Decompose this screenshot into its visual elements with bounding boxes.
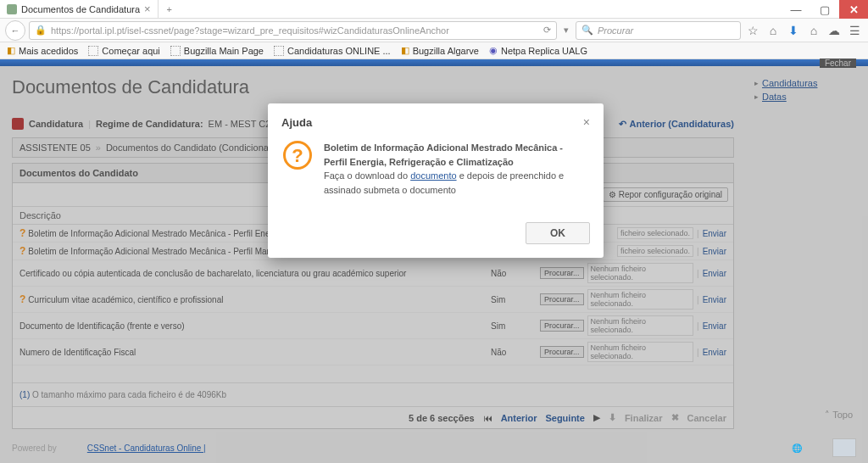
downloads-icon[interactable]: ⬇ xyxy=(785,24,802,37)
sidebar: ▸Candidaturas ▸Datas xyxy=(746,66,868,429)
footer-box-icon xyxy=(832,438,856,457)
bookmark-item[interactable]: Bugzilla Main Page xyxy=(170,46,264,56)
candidatura-icon xyxy=(12,118,24,130)
url-bar[interactable]: 🔒 https://portal.ipl.pt/isel-cssnet/page… xyxy=(29,21,557,40)
bookmark-item[interactable]: Candidaturas ONLINE ... xyxy=(274,46,391,56)
enviar-link[interactable]: Enviar xyxy=(703,348,726,357)
page-title: Documentos de Candidatura xyxy=(12,76,734,98)
regime-value: EM - MEST C2 xyxy=(209,119,271,129)
enviar-link[interactable]: Enviar xyxy=(703,321,726,331)
wizard-step-sub: Documentos do Candidato (Condicional) xyxy=(106,142,274,153)
globe-icon: 🌐 xyxy=(792,443,802,453)
crumb-candidatura: Candidatura xyxy=(29,119,83,129)
reload-icon[interactable]: ⟳ xyxy=(543,25,551,36)
home-icon[interactable]: ⌂ xyxy=(805,24,822,37)
chevron-up-icon: ˄ xyxy=(825,410,830,420)
procurar-button[interactable]: Procurar... xyxy=(540,267,584,279)
ok-button[interactable]: OK xyxy=(526,222,590,244)
back-arrow-icon: ↶ xyxy=(619,119,626,130)
gear-icon: ⚙ xyxy=(609,190,616,199)
url-text: https://portal.ipl.pt/isel-cssnet/page?s… xyxy=(51,25,449,36)
bookmark-item[interactable]: Começar aqui xyxy=(88,46,159,56)
pocket-icon[interactable]: ⌂ xyxy=(765,24,782,37)
chat-icon[interactable]: ☁ xyxy=(826,24,843,37)
help-icon[interactable]: ? xyxy=(19,293,25,305)
back-to-top[interactable]: ˄ Topo xyxy=(825,410,853,421)
browser-tab[interactable]: Documentos de Candidatura × xyxy=(0,0,159,18)
menu-icon[interactable]: ☰ xyxy=(846,24,863,37)
browser-toolbar: ← 🔒 https://portal.ipl.pt/isel-cssnet/pa… xyxy=(0,19,868,42)
tab-favicon xyxy=(7,4,17,14)
pager-next-icon[interactable]: ▶ xyxy=(593,412,600,423)
powered-by-label: Powered by xyxy=(12,443,57,453)
page-footer: Powered by CSSnet - Candidaturas Online … xyxy=(0,432,868,463)
sidebar-link-datas[interactable]: Datas xyxy=(762,92,787,102)
help-modal: Ajuda × ? Boletim de Informação Adiciona… xyxy=(268,103,604,258)
file-status: ficheiro selecionado. xyxy=(617,227,693,239)
sidebar-link-candidaturas[interactable]: Candidaturas xyxy=(762,78,817,88)
procurar-button[interactable]: Procurar... xyxy=(540,346,584,358)
bookmark-item[interactable]: ◧Bugzilla Algarve xyxy=(401,45,479,56)
wizard-step: ASSISTENTE 05 xyxy=(19,142,91,153)
back-button[interactable]: ← xyxy=(5,20,25,41)
tab-title: Documentos de Candidatura xyxy=(21,4,140,14)
pager-next[interactable]: Seguinte xyxy=(545,413,584,423)
close-panel-label[interactable]: Fechar xyxy=(820,59,856,68)
cancel-icon[interactable]: ✖ xyxy=(671,412,679,423)
bookmarks-bar: ◧Mais acedidos Começar aqui Bugzilla Mai… xyxy=(0,42,868,59)
file-status: Nenhum ficheiro selecionado. xyxy=(587,263,694,283)
page-header-stripe: Fechar xyxy=(0,59,868,66)
file-status: ficheiro selecionado. xyxy=(617,245,693,257)
table-row: ?Curriculum vitae académico, científico … xyxy=(13,287,733,313)
window-titlebar: Documentos de Candidatura × + — ▢ ✕ xyxy=(0,0,868,19)
pager-prev[interactable]: Anterior xyxy=(501,413,537,423)
modal-close-icon[interactable]: × xyxy=(583,115,590,129)
bookmark-star-icon[interactable]: ☆ xyxy=(744,24,761,37)
pager-position: 5 de 6 secções xyxy=(409,413,475,423)
wizard-pager: 5 de 6 secções ⏮ Anterior Seguinte ▶ ⬇ F… xyxy=(13,406,733,428)
help-icon[interactable]: ? xyxy=(19,245,25,257)
minimize-button[interactable]: — xyxy=(782,0,810,19)
help-icon[interactable]: ? xyxy=(19,227,25,239)
regime-label: Regime de Candidatura: xyxy=(96,119,203,129)
procurar-button[interactable]: Procurar... xyxy=(540,293,584,305)
footer-product-link[interactable]: CSSnet - Candidaturas Online | xyxy=(87,443,206,453)
enviar-link[interactable]: Enviar xyxy=(703,269,726,278)
question-circle-icon: ? xyxy=(283,141,312,170)
file-status: Nenhum ficheiro selecionado. xyxy=(587,289,694,310)
pager-first-icon[interactable]: ⏮ xyxy=(483,413,492,423)
url-dropdown-icon[interactable]: ▾ xyxy=(560,25,572,36)
download-icon[interactable]: ⬇ xyxy=(609,412,616,423)
reset-config-button[interactable]: ⚙ Repor configuração original xyxy=(603,187,728,202)
search-box[interactable]: 🔍 Procurar xyxy=(576,21,741,40)
table-row: Numero de Identificação Fiscal Não Procu… xyxy=(13,339,733,365)
search-icon: 🔍 xyxy=(581,25,593,36)
modal-title: Ajuda xyxy=(281,116,312,129)
table-row: Documento de Identificação (frente e ver… xyxy=(13,313,733,339)
enviar-link[interactable]: Enviar xyxy=(703,247,726,256)
bookmark-item[interactable]: ◉Netpa Replica UALG xyxy=(489,45,587,56)
modal-text: Faça o download do xyxy=(324,170,410,181)
table-row: Certificado ou cópia autenticada de conc… xyxy=(13,260,733,287)
enviar-link[interactable]: Enviar xyxy=(703,229,726,238)
pager-finalizar: Finalizar xyxy=(625,413,663,423)
bookmark-item[interactable]: ◧Mais acedidos xyxy=(7,45,78,56)
procurar-button[interactable]: Procurar... xyxy=(540,320,584,332)
file-status: Nenhum ficheiro selecionado. xyxy=(587,315,694,336)
tab-close-icon[interactable]: × xyxy=(144,3,151,15)
enviar-link[interactable]: Enviar xyxy=(703,295,726,304)
search-placeholder: Procurar xyxy=(598,25,633,36)
new-tab-button[interactable]: + xyxy=(159,0,181,18)
modal-documento-link[interactable]: documento xyxy=(410,170,456,181)
pager-cancel[interactable]: Cancelar xyxy=(687,413,726,423)
maximize-button[interactable]: ▢ xyxy=(810,0,839,19)
footnote: (1) O tamanho máximo para cada ficheiro … xyxy=(13,382,733,406)
file-status: Nenhum ficheiro selecionado. xyxy=(587,342,694,362)
lock-icon: 🔒 xyxy=(35,25,47,36)
close-button[interactable]: ✕ xyxy=(839,0,868,19)
modal-heading: Boletim de Informação Adicional Mestrado… xyxy=(324,142,563,167)
anterior-top-link[interactable]: ↶ Anterior (Candidaturas) xyxy=(619,119,734,130)
